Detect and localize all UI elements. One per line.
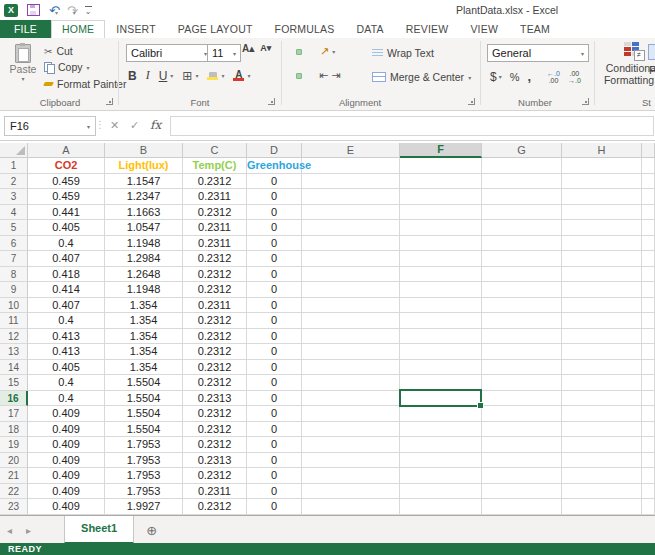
- cell[interactable]: [302, 499, 400, 515]
- cell[interactable]: 0.4: [28, 391, 105, 407]
- cell[interactable]: 0.4: [28, 375, 105, 391]
- cell[interactable]: 0: [247, 282, 302, 298]
- row-header-22[interactable]: 22: [0, 484, 28, 500]
- align-right-button[interactable]: [305, 73, 311, 79]
- cell[interactable]: [642, 468, 655, 484]
- cell[interactable]: 0.2312: [183, 251, 247, 267]
- shrink-font-icon[interactable]: A▾: [260, 44, 271, 53]
- accounting-format-button[interactable]: $: [490, 70, 497, 84]
- cell[interactable]: 0.2311: [183, 189, 247, 205]
- row-header-2[interactable]: 2: [0, 174, 28, 190]
- tab-view[interactable]: VIEW: [459, 20, 509, 38]
- cell[interactable]: 0.409: [28, 484, 105, 500]
- cell[interactable]: [400, 282, 482, 298]
- sheet-nav-next-icon[interactable]: ▸: [19, 525, 38, 536]
- cell[interactable]: [562, 267, 642, 283]
- new-sheet-icon[interactable]: ⊕: [134, 523, 169, 538]
- save-icon[interactable]: [27, 4, 40, 16]
- fill-color-dropdown-icon[interactable]: ▾: [221, 72, 224, 79]
- align-bottom-button[interactable]: [305, 49, 311, 55]
- font-name-select[interactable]: Calibri ▾: [126, 44, 212, 62]
- cell[interactable]: [302, 236, 400, 252]
- cell[interactable]: 0.4: [28, 313, 105, 329]
- cell[interactable]: 0: [247, 174, 302, 190]
- cell[interactable]: [482, 298, 562, 314]
- cell[interactable]: [400, 344, 482, 360]
- cell[interactable]: [482, 236, 562, 252]
- undo-dropdown-icon[interactable]: ▾: [55, 10, 58, 16]
- customize-qat-icon[interactable]: ⌄: [85, 6, 92, 15]
- cell[interactable]: 1.1948: [105, 236, 183, 252]
- cell[interactable]: [642, 220, 655, 236]
- cell[interactable]: [400, 453, 482, 469]
- cell[interactable]: 0: [247, 484, 302, 500]
- italic-button[interactable]: I: [146, 68, 150, 83]
- cell[interactable]: 0.409: [28, 406, 105, 422]
- cell[interactable]: [302, 205, 400, 221]
- cell[interactable]: [642, 298, 655, 314]
- row-header-9[interactable]: 9: [0, 282, 28, 298]
- cell[interactable]: [482, 360, 562, 376]
- cell[interactable]: 0: [247, 360, 302, 376]
- cell[interactable]: 0.407: [28, 298, 105, 314]
- cell[interactable]: 1.0547: [105, 220, 183, 236]
- cell[interactable]: [642, 282, 655, 298]
- cell[interactable]: 0.2312: [183, 375, 247, 391]
- cell[interactable]: 0: [247, 313, 302, 329]
- cell[interactable]: [482, 484, 562, 500]
- cell[interactable]: [302, 313, 400, 329]
- cell[interactable]: 0.459: [28, 174, 105, 190]
- cut-button[interactable]: ✂ Cut: [44, 45, 73, 57]
- tab-formulas[interactable]: FORMULAS: [264, 20, 346, 38]
- orientation-icon[interactable]: ↗: [320, 45, 329, 58]
- cell[interactable]: 1.7953: [105, 484, 183, 500]
- cell[interactable]: [482, 344, 562, 360]
- cell[interactable]: 0.2312: [183, 174, 247, 190]
- cell[interactable]: 0: [247, 375, 302, 391]
- row-header-17[interactable]: 17: [0, 406, 28, 422]
- cell[interactable]: 0: [247, 391, 302, 407]
- cell[interactable]: 1.9927: [105, 499, 183, 515]
- cell[interactable]: 0.2311: [183, 484, 247, 500]
- row-header-7[interactable]: 7: [0, 251, 28, 267]
- cell[interactable]: [562, 344, 642, 360]
- cell[interactable]: Temp(C): [183, 158, 247, 174]
- cell[interactable]: [482, 251, 562, 267]
- cell[interactable]: 0.409: [28, 468, 105, 484]
- cell[interactable]: [562, 313, 642, 329]
- cell[interactable]: [482, 375, 562, 391]
- number-format-select[interactable]: General ▾: [487, 44, 589, 62]
- cell[interactable]: 1.354: [105, 298, 183, 314]
- copy-button[interactable]: Copy ▾: [44, 61, 90, 73]
- align-middle-button[interactable]: [296, 49, 302, 55]
- row-header-5[interactable]: 5: [0, 220, 28, 236]
- cell[interactable]: [562, 422, 642, 438]
- name-box[interactable]: F16 ▾: [4, 116, 96, 136]
- cell[interactable]: 1.5504: [105, 375, 183, 391]
- row-header-19[interactable]: 19: [0, 437, 28, 453]
- clipboard-dialog-launcher-icon[interactable]: [106, 98, 113, 105]
- column-header-D[interactable]: D: [247, 143, 302, 158]
- paste-button[interactable]: Paste ▾: [6, 43, 40, 99]
- cell[interactable]: 0: [247, 298, 302, 314]
- cell[interactable]: [302, 189, 400, 205]
- cell[interactable]: [642, 375, 655, 391]
- percent-style-button[interactable]: %: [510, 71, 520, 83]
- borders-icon[interactable]: ⊞: [182, 69, 192, 83]
- cell[interactable]: [642, 422, 655, 438]
- font-color-dropdown-icon[interactable]: ▾: [247, 72, 250, 79]
- undo-button[interactable]: ↶▾: [49, 1, 58, 19]
- cell[interactable]: 0.2312: [183, 205, 247, 221]
- orientation-dropdown-icon[interactable]: ▾: [332, 48, 335, 55]
- bold-button[interactable]: B: [128, 69, 137, 83]
- cell[interactable]: 0.2312: [183, 422, 247, 438]
- cell[interactable]: [482, 468, 562, 484]
- insert-function-icon[interactable]: fx: [150, 118, 161, 132]
- cell[interactable]: 1.5504: [105, 391, 183, 407]
- cell[interactable]: [400, 437, 482, 453]
- cell[interactable]: 0.414: [28, 282, 105, 298]
- cell[interactable]: 0.409: [28, 453, 105, 469]
- cell[interactable]: 0: [247, 499, 302, 515]
- cell[interactable]: [642, 453, 655, 469]
- redo-dropdown-icon[interactable]: ▾: [73, 10, 76, 16]
